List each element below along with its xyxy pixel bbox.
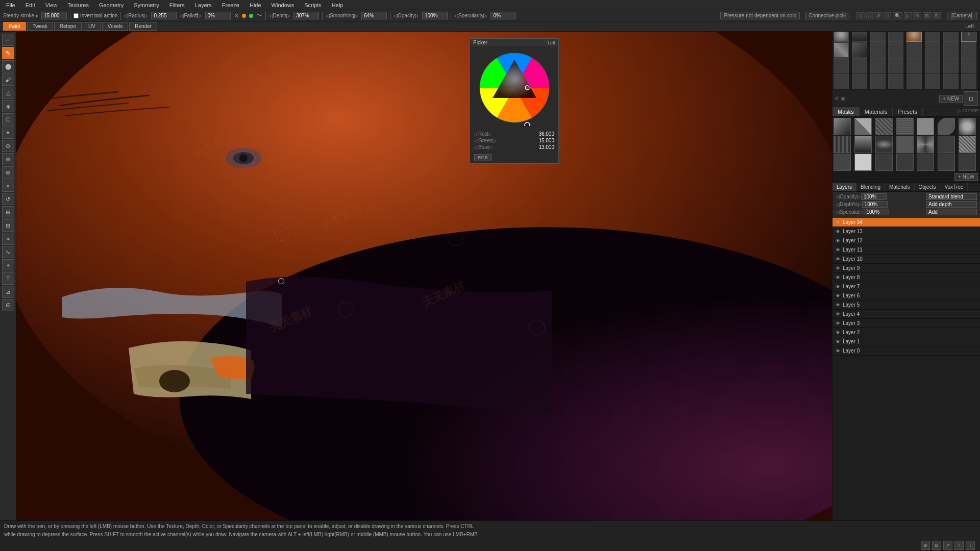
- layer-item-5[interactable]: 👁 Layer 9: [832, 264, 980, 273]
- invert-tool-checkbox[interactable]: [74, 13, 79, 18]
- specular-mode[interactable]: Add: [926, 209, 977, 215]
- layer-visibility-icon[interactable]: 👁: [835, 302, 841, 308]
- depth-value[interactable]: 307%: [293, 12, 319, 19]
- radius-value[interactable]: 0.255: [151, 12, 177, 19]
- tab-materials-layer[interactable]: Materials: [885, 183, 915, 191]
- layer-visibility-icon[interactable]: 👁: [835, 247, 841, 253]
- tool-layer[interactable]: ≈: [2, 233, 14, 245]
- brush-cell[interactable]: [906, 42, 922, 58]
- tab-voxtree[interactable]: VoxTree: [940, 183, 968, 191]
- layer-visibility-icon[interactable]: 👁: [835, 311, 841, 317]
- menu-filters[interactable]: Filters: [167, 2, 187, 9]
- brush-cell[interactable]: [943, 74, 959, 89]
- nav-icon-9[interactable]: ⊟: [933, 12, 941, 19]
- tab-materials[interactable]: Materials: [860, 107, 893, 116]
- mask-cell[interactable]: [834, 118, 851, 135]
- mask-cell[interactable]: [875, 118, 893, 135]
- nav-icon-5[interactable]: 🔍: [893, 12, 902, 19]
- brush-cell[interactable]: [870, 58, 886, 73]
- mask-cell[interactable]: [854, 118, 872, 135]
- mask-cell[interactable]: [875, 136, 893, 153]
- mask-cell[interactable]: [938, 154, 955, 171]
- pressure-dropdown[interactable]: Pressure not dependent on colo: [720, 12, 800, 19]
- brush-cell[interactable]: [852, 42, 867, 58]
- mask-cell[interactable]: [917, 118, 934, 135]
- tool-stencil[interactable]: ∈: [2, 299, 14, 311]
- brush-cell[interactable]: [961, 42, 976, 58]
- menu-scripts[interactable]: Scripts: [302, 2, 324, 9]
- mask-cell[interactable]: [896, 136, 914, 153]
- tab-paint[interactable]: Paint: [3, 22, 26, 31]
- layer-item-0[interactable]: 👁 Layer 14: [832, 218, 980, 227]
- tab-uv[interactable]: UV: [83, 22, 101, 31]
- gear-icon[interactable]: ⚙: [835, 96, 839, 101]
- tool-draw[interactable]: ✎: [2, 47, 14, 59]
- opacity-mode[interactable]: Standard blend: [926, 193, 977, 200]
- tool-smooth[interactable]: ↺: [2, 193, 14, 205]
- layer-visibility-icon[interactable]: 👁: [835, 284, 841, 290]
- depth-label[interactable]: ◁Depth▷: [269, 13, 291, 18]
- layer-item-8[interactable]: 👁 Layer 6: [832, 291, 980, 300]
- brush-cell[interactable]: [852, 74, 867, 89]
- brush-cell[interactable]: [852, 58, 867, 73]
- rgb-mode-btn[interactable]: RGB: [474, 154, 492, 161]
- layer-item-1[interactable]: 👁 Layer 13: [832, 227, 980, 236]
- brush-cell[interactable]: [870, 42, 886, 58]
- tab-render[interactable]: Render: [129, 22, 157, 31]
- menu-windows[interactable]: Windows: [270, 2, 297, 9]
- falloff-label[interactable]: ◁Falloff▷: [180, 13, 202, 18]
- invert-tool-label[interactable]: Invert tool action: [74, 13, 117, 18]
- layer-item-14[interactable]: 👁 Layer 0: [832, 346, 980, 356]
- tool-select[interactable]: ⬡: [2, 113, 14, 126]
- layer-item-12[interactable]: 👁 Layer 2: [832, 328, 980, 337]
- layer-visibility-icon[interactable]: 👁: [835, 348, 841, 354]
- mask-cell[interactable]: [896, 154, 914, 171]
- brush-cell[interactable]: [943, 58, 959, 73]
- menu-help[interactable]: Help: [330, 2, 346, 9]
- mask-cell[interactable]: [959, 136, 976, 153]
- menu-edit[interactable]: Edit: [23, 2, 37, 9]
- layer-item-11[interactable]: 👁 Layer 3: [832, 319, 980, 328]
- tool-erase[interactable]: ⊟: [2, 219, 14, 232]
- layer-item-3[interactable]: 👁 Layer 11: [832, 245, 980, 255]
- tool-pinch[interactable]: ⊙: [2, 140, 14, 152]
- specularity-value[interactable]: 0%: [491, 12, 516, 19]
- depth-mode[interactable]: Add depth: [926, 201, 977, 208]
- tool-smudge[interactable]: △: [2, 87, 14, 99]
- layer-item-7[interactable]: 👁 Layer 7: [832, 282, 980, 291]
- tool-mask[interactable]: ◈: [2, 100, 14, 112]
- nav-icon-7[interactable]: ⊕: [913, 12, 921, 19]
- layer-visibility-icon[interactable]: 👁: [835, 238, 841, 244]
- menu-view[interactable]: View: [43, 2, 60, 9]
- tool-transform[interactable]: ✦: [2, 127, 14, 139]
- tab-retopo[interactable]: Retopo: [54, 22, 82, 31]
- new-brush-button[interactable]: + NEW: [939, 95, 963, 103]
- opacity-value[interactable]: 100%: [422, 12, 448, 19]
- layer-visibility-icon[interactable]: 👁: [835, 293, 841, 299]
- depth-percent-label[interactable]: ◁Depth%▷: [836, 202, 862, 207]
- specular-value[interactable]: 100%: [864, 209, 889, 215]
- nav-icon-2[interactable]: ⌂: [866, 12, 873, 19]
- tab-blending[interactable]: Blending: [856, 183, 885, 191]
- depth-value[interactable]: 100%: [862, 201, 888, 208]
- layer-item-6[interactable]: 👁 Layer 8: [832, 273, 980, 282]
- layer-item-9[interactable]: 👁 Layer 5: [832, 300, 980, 310]
- falloff-value[interactable]: 0%: [205, 12, 231, 19]
- mask-cell[interactable]: [959, 118, 976, 135]
- brush-cell[interactable]: [834, 58, 849, 73]
- red-label[interactable]: ◁Red▷: [474, 131, 492, 137]
- steady-stroke-value[interactable]: 15.000: [41, 12, 67, 19]
- menu-geometry[interactable]: Geometry: [97, 2, 126, 9]
- tool-pose[interactable]: ×: [2, 180, 14, 192]
- specularity-label[interactable]: ◁Specularity▷: [454, 13, 487, 18]
- menu-layers[interactable]: Layers: [193, 2, 214, 9]
- tool-grab[interactable]: ⌖: [2, 259, 14, 271]
- mask-cell[interactable]: [875, 154, 893, 171]
- masks-close-btn[interactable]: ▷ CLOSE: [958, 108, 978, 113]
- color-wheel-svg[interactable]: [476, 49, 553, 126]
- radius-label[interactable]: ◁Radius▷: [124, 13, 148, 18]
- opacity-label[interactable]: ◁Opacity▷: [394, 13, 419, 18]
- tab-voxels[interactable]: Voxels: [102, 22, 128, 31]
- layer-visibility-icon[interactable]: 👁: [835, 330, 841, 336]
- camera-button[interactable]: [Camera]: [947, 12, 977, 19]
